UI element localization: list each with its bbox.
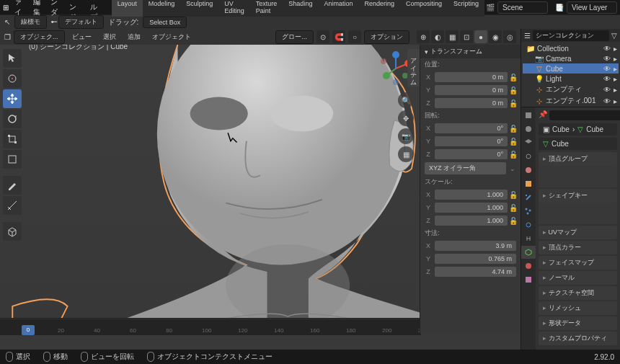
options-dropdown[interactable]: オプション — [364, 30, 409, 44]
eye-icon[interactable]: 👁 — [603, 65, 611, 73]
panel-header[interactable]: リメッシュ — [539, 301, 617, 315]
vp-menu-add[interactable]: 追加 — [123, 31, 145, 43]
workspace-tab[interactable]: Sculpting — [180, 0, 218, 17]
panel-header[interactable]: 頂点グループ — [539, 152, 617, 166]
panel-header[interactable]: カスタムプロパティ — [539, 332, 617, 345]
rotate-tool[interactable] — [3, 110, 22, 128]
mesh-data-tab-icon[interactable] — [521, 246, 536, 259]
disable-icon[interactable]: ▸ — [614, 86, 617, 94]
texture-tab-icon[interactable] — [521, 273, 536, 286]
scl-z-input[interactable]: 1.000 — [435, 216, 508, 226]
npanel-tab-item[interactable]: アイテム — [407, 49, 420, 86]
shading-material-icon[interactable]: ◉ — [489, 30, 502, 43]
particle-tab-icon[interactable] — [521, 205, 536, 218]
outliner-editor-icon[interactable]: ☰ — [524, 32, 531, 40]
world-tab-icon[interactable] — [521, 164, 536, 177]
transform-tool[interactable] — [3, 150, 22, 169]
workspace-tab[interactable]: Texture Paint — [250, 0, 283, 17]
annotate-tool[interactable] — [3, 176, 22, 195]
snap-icon[interactable]: 🧲 — [332, 30, 345, 43]
rot-y-input[interactable]: 0° — [435, 136, 508, 146]
default-dropdown[interactable]: デフォルト — [58, 15, 104, 29]
lock-icon[interactable]: 🔓 — [509, 74, 518, 81]
dim-z-input[interactable]: 4.74 m — [435, 267, 516, 277]
scene-tab-icon[interactable] — [521, 150, 536, 163]
eye-icon[interactable]: 👁 — [603, 75, 611, 83]
workspace-tab[interactable]: Rendering — [358, 0, 400, 17]
eye-icon[interactable]: 👁 — [603, 55, 611, 63]
disable-icon[interactable]: ▸ — [614, 45, 617, 53]
outliner-item[interactable]: ⊹エンプティ.001👁▸ — [523, 95, 619, 107]
workspace-tab[interactable]: Shading — [283, 0, 318, 17]
loc-x-input[interactable]: 0 m — [435, 72, 508, 82]
snap-dropdown[interactable]: 線標モ — [14, 15, 47, 29]
workspace-tab[interactable]: Scripting — [448, 0, 484, 17]
disable-icon[interactable]: ▸ — [614, 65, 617, 73]
output-tab-icon[interactable] — [521, 123, 536, 136]
view-layer-input[interactable]: View Layer — [567, 1, 617, 14]
overlay-toggle-icon[interactable]: ◐ — [431, 30, 444, 43]
outliner-item[interactable]: 📁Collection👁▸ — [523, 43, 619, 53]
dim-y-input[interactable]: 0.765 m — [435, 254, 516, 264]
outliner-item[interactable]: 💡Light👁▸ — [523, 74, 619, 84]
viewlayer-tab-icon[interactable] — [521, 136, 536, 149]
xray-icon[interactable]: ▦ — [446, 30, 459, 43]
perspective-icon[interactable]: ▦ — [398, 146, 414, 162]
panel-header[interactable]: テクスチャ空間 — [539, 286, 617, 300]
select-mode-dropdown[interactable]: Select Box — [143, 17, 187, 28]
vp-menu-view[interactable]: ビュー — [68, 31, 96, 43]
lock-icon[interactable]: 🔓 — [509, 125, 518, 133]
disable-icon[interactable]: ▸ — [614, 75, 617, 83]
outliner-item[interactable]: ▽Cube👁▸ — [523, 63, 619, 74]
dim-x-input[interactable]: 3.9 m — [435, 241, 516, 251]
panel-header[interactable]: シェイプキー — [539, 189, 617, 203]
rot-z-input[interactable]: 0° — [435, 149, 508, 159]
panel-header[interactable]: UVマップ — [539, 226, 617, 239]
zoom-icon[interactable]: 🔍 — [398, 92, 414, 108]
shading-wireframe-icon[interactable]: ⊡ — [460, 30, 473, 43]
panel-header[interactable]: 形状データ — [539, 316, 617, 330]
transform-panel-header[interactable]: トランスフォーム — [420, 45, 521, 58]
pin-icon[interactable]: 📌 — [539, 110, 547, 120]
pivot-icon[interactable]: ⊙ — [316, 30, 329, 43]
property-search-input[interactable] — [549, 110, 620, 120]
eye-icon[interactable]: 👁 — [603, 86, 611, 94]
shading-solid-icon[interactable]: ● — [474, 30, 487, 43]
move-tool[interactable] — [3, 89, 22, 108]
panel-header[interactable]: 頂点カラー — [539, 241, 617, 254]
eye-icon[interactable]: 👁 — [603, 97, 611, 105]
vp-menu-object[interactable]: オブジェクト — [148, 31, 195, 43]
physics-tab-icon[interactable] — [521, 218, 536, 231]
lock-icon[interactable]: 🔓 — [509, 138, 518, 146]
outliner-item[interactable]: ⊹エンプティ👁▸ — [523, 84, 619, 95]
workspace-tab[interactable]: Modeling — [143, 0, 181, 17]
euler-mode-dropdown[interactable]: XYZ オイラー角 — [425, 162, 506, 174]
loc-y-input[interactable]: 0 m — [435, 85, 508, 95]
loc-z-input[interactable]: 0 m — [435, 98, 508, 108]
rot-x-input[interactable]: 0° — [435, 123, 508, 133]
editor-type-icon[interactable]: ❐ — [4, 33, 11, 41]
workspace-tab[interactable]: Animation — [318, 0, 358, 17]
material-tab-icon[interactable] — [521, 259, 536, 272]
scene-name-input[interactable]: Scene — [497, 1, 548, 14]
modifier-tab-icon[interactable] — [521, 191, 536, 204]
measure-tool[interactable] — [3, 196, 22, 215]
scl-x-input[interactable]: 1.000 — [435, 190, 508, 200]
disable-icon[interactable]: ▸ — [614, 97, 617, 105]
disable-icon[interactable]: ▸ — [614, 55, 617, 63]
cursor-tool[interactable] — [3, 69, 22, 88]
lock-icon[interactable]: 🔓 — [509, 151, 518, 159]
orientation-dropdown[interactable]: グロー... — [275, 30, 314, 44]
eye-icon[interactable]: 👁 — [603, 45, 611, 53]
workspace-tab[interactable]: Compositing — [400, 0, 448, 17]
workspace-tab[interactable]: UV Editing — [218, 0, 250, 17]
add-cube-tool[interactable] — [3, 222, 22, 241]
lock-icon[interactable]: 🔓 — [509, 191, 518, 199]
shading-rendered-icon[interactable]: ◎ — [503, 30, 516, 43]
workspace-tab[interactable]: Layout — [112, 0, 143, 17]
vp-menu-select[interactable]: 選択 — [99, 31, 120, 43]
camera-view-icon[interactable]: 📷 — [398, 128, 414, 144]
outliner-item[interactable]: 📷Camera👁▸ — [523, 53, 619, 63]
gizmo-toggle-icon[interactable]: ⊕ — [417, 30, 430, 43]
lock-icon[interactable]: 🔓 — [509, 217, 518, 225]
